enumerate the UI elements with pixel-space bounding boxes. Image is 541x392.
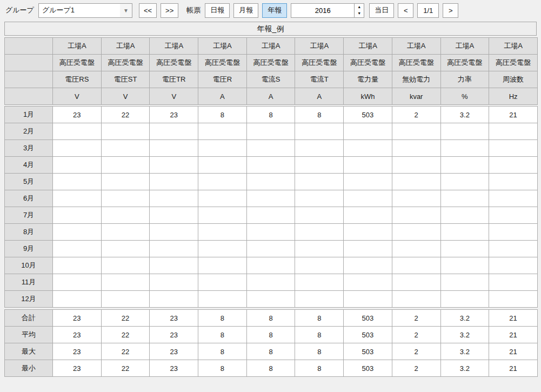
cell: A (198, 88, 247, 105)
cell (392, 140, 440, 157)
cell: 8 (198, 343, 247, 360)
cell (101, 257, 150, 274)
cell: 23 (150, 360, 198, 377)
cell (440, 274, 489, 291)
cell (198, 123, 247, 140)
cell: kWh (344, 88, 392, 105)
cell (101, 291, 150, 308)
cell (246, 174, 295, 190)
group-select[interactable]: グループ1 ▼ (38, 3, 132, 18)
cell (198, 241, 247, 257)
row-label: 合計 (5, 310, 53, 327)
prev-group-button[interactable]: << (139, 3, 157, 18)
cell (344, 207, 392, 224)
cell (150, 257, 198, 274)
cell (246, 140, 295, 157)
row-label: 3月 (5, 140, 53, 157)
cell (198, 257, 247, 274)
cell: 3.2 (440, 360, 489, 377)
year-down-button[interactable]: ▼ (355, 10, 364, 17)
cell: 22 (101, 343, 150, 360)
year-spinner: ▲ ▼ (291, 3, 364, 18)
corner-cell (5, 88, 53, 105)
cell (150, 241, 198, 257)
cell (53, 157, 102, 174)
cell: 工場A (440, 38, 489, 55)
cell: 電圧R (198, 71, 247, 88)
cell (246, 291, 295, 308)
cell: 23 (53, 310, 102, 327)
today-button[interactable]: 当日 (369, 3, 394, 18)
cell (344, 257, 392, 274)
page-next-button[interactable]: > (443, 3, 458, 18)
cell (344, 123, 392, 140)
cell (150, 174, 198, 190)
cell (53, 274, 102, 291)
table-row: 電圧RS電圧ST電圧TR電圧R電流S電流T電力量無効電力力率周波数 (5, 71, 538, 88)
cell (246, 274, 295, 291)
cell: 工場A (246, 38, 295, 55)
year-up-button[interactable]: ▲ (355, 4, 364, 11)
cell: 22 (101, 360, 150, 377)
cell (150, 157, 198, 174)
cell: 21 (489, 360, 538, 377)
cell (198, 274, 247, 291)
cell (198, 207, 247, 224)
cell: 503 (344, 310, 392, 327)
row-label: 1月 (5, 107, 53, 123)
cell (198, 140, 247, 157)
cell (440, 291, 489, 308)
cell: 22 (101, 107, 150, 123)
cell: 高圧受電盤 (392, 55, 440, 71)
year-input[interactable] (291, 3, 354, 18)
cell (489, 157, 538, 174)
cell: Hz (489, 88, 538, 105)
cell: 周波数 (489, 71, 538, 88)
cell: 22 (101, 327, 150, 343)
cell (101, 174, 150, 190)
cell: 503 (344, 327, 392, 343)
cell (246, 190, 295, 207)
table-row: 平均23222388850323.221 (5, 327, 538, 343)
cell (101, 241, 150, 257)
cell: 8 (295, 360, 344, 377)
monthly-report-button[interactable]: 月報 (233, 3, 258, 18)
next-group-button[interactable]: >> (161, 3, 178, 18)
page-prev-button[interactable]: < (398, 3, 413, 18)
cell: 電力量 (344, 71, 392, 88)
table-row: 最小23222388850323.221 (5, 360, 538, 377)
cell: 23 (53, 360, 102, 377)
cell (246, 123, 295, 140)
cell (295, 157, 344, 174)
table-row: 9月 (5, 241, 538, 257)
cell: 2 (392, 360, 440, 377)
cell (489, 257, 538, 274)
cell: 高圧受電盤 (150, 55, 198, 71)
cell (344, 140, 392, 157)
group-select-value: グループ1 (42, 5, 75, 15)
cell: 23 (53, 343, 102, 360)
cell (53, 140, 102, 157)
chevron-down-icon[interactable]: ▼ (120, 4, 132, 17)
cell: V (150, 88, 198, 105)
table-row: 工場A工場A工場A工場A工場A工場A工場A工場A工場A工場A (5, 38, 538, 55)
cell (344, 157, 392, 174)
yearly-report-button[interactable]: 年報 (262, 3, 287, 18)
cell (53, 207, 102, 224)
cell (440, 123, 489, 140)
cell (198, 190, 247, 207)
cell: 高圧受電盤 (246, 55, 295, 71)
cell: 23 (150, 327, 198, 343)
cell (150, 274, 198, 291)
cell (101, 207, 150, 224)
table-row: 3月 (5, 140, 538, 157)
table-row: VVVAAAkWhkvar%Hz (5, 88, 538, 105)
cell (392, 291, 440, 308)
row-label: 9月 (5, 241, 53, 257)
cell (246, 241, 295, 257)
cell: 工場A (295, 38, 344, 55)
cell: 電圧RS (53, 71, 102, 88)
cell (101, 123, 150, 140)
cell: kvar (392, 88, 440, 105)
daily-report-button[interactable]: 日報 (205, 3, 230, 18)
